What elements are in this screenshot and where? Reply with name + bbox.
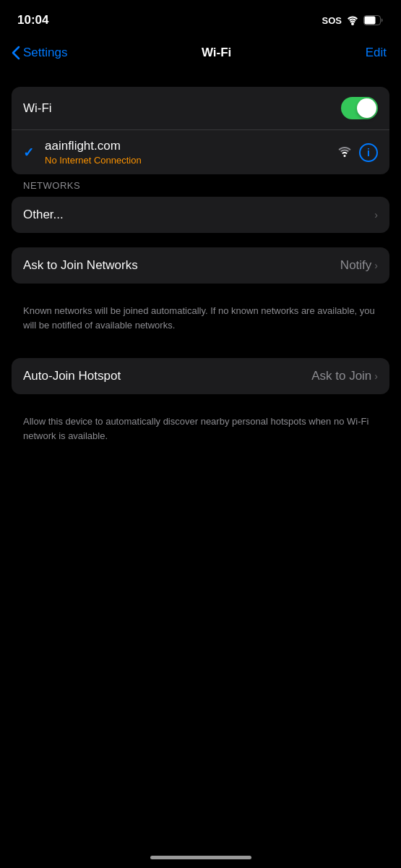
networks-card: Other... › — [12, 197, 389, 233]
auto-join-card: Auto-Join Hotspot Ask to Join › — [12, 358, 389, 394]
svg-point-0 — [351, 22, 354, 25]
wifi-toggle-row: Wi-Fi — [12, 87, 389, 129]
wifi-card: Wi-Fi ✓ aainflight.com No Internet Conne… — [12, 87, 389, 174]
network-info: aainflight.com No Internet Connection — [45, 139, 330, 166]
back-button[interactable]: Settings — [12, 46, 67, 60]
auto-join-section: Auto-Join Hotspot Ask to Join › Allow th… — [12, 358, 389, 454]
nav-bar: Settings Wi-Fi Edit — [0, 36, 401, 72]
network-info-button[interactable]: i — [359, 143, 378, 162]
network-status: No Internet Connection — [45, 155, 330, 166]
battery-icon — [363, 15, 384, 25]
ask-to-join-value: Notify › — [340, 258, 378, 273]
page-title: Wi-Fi — [202, 46, 231, 60]
edit-button[interactable]: Edit — [366, 46, 387, 60]
wifi-label: Wi-Fi — [23, 101, 52, 116]
status-bar: 10:04 SOS — [0, 0, 401, 36]
ask-to-join-description: Known networks will be joined automatica… — [12, 298, 389, 344]
back-label: Settings — [23, 46, 67, 60]
wifi-status-icon — [346, 15, 359, 25]
status-time: 10:04 — [17, 13, 48, 27]
ask-to-join-section: Ask to Join Networks Notify › Known netw… — [12, 247, 389, 344]
other-label: Other... — [23, 208, 64, 222]
network-actions: i — [337, 143, 378, 162]
networks-section: NETWORKS Other... › — [12, 180, 389, 233]
ask-to-join-row[interactable]: Ask to Join Networks Notify › — [12, 247, 389, 284]
checkmark-icon: ✓ — [23, 145, 38, 161]
wifi-toggle[interactable] — [341, 97, 378, 119]
home-indicator — [150, 856, 251, 859]
svg-point-3 — [344, 155, 346, 157]
auto-join-description: Allow this device to automatically disco… — [12, 409, 389, 454]
auto-join-row[interactable]: Auto-Join Hotspot Ask to Join › — [12, 358, 389, 394]
auto-join-value: Ask to Join › — [311, 369, 378, 383]
toggle-thumb — [357, 98, 376, 118]
network-name: aainflight.com — [45, 139, 330, 153]
networks-header: NETWORKS — [12, 180, 389, 197]
other-network-row[interactable]: Other... › — [12, 197, 389, 233]
ask-to-join-label: Ask to Join Networks — [23, 258, 138, 273]
ask-to-join-card: Ask to Join Networks Notify › — [12, 247, 389, 284]
auto-join-chevron-icon: › — [374, 370, 378, 382]
other-chevron-icon: › — [374, 209, 378, 221]
main-content: Wi-Fi ✓ aainflight.com No Internet Conne… — [0, 72, 401, 454]
svg-rect-2 — [365, 17, 376, 25]
auto-join-label: Auto-Join Hotspot — [23, 369, 121, 383]
status-icons: SOS — [322, 15, 384, 26]
connected-network-row[interactable]: ✓ aainflight.com No Internet Connection … — [12, 129, 389, 174]
sos-indicator: SOS — [322, 15, 342, 26]
ask-to-join-chevron-icon: › — [374, 260, 378, 271]
wifi-weak-icon — [337, 145, 352, 160]
